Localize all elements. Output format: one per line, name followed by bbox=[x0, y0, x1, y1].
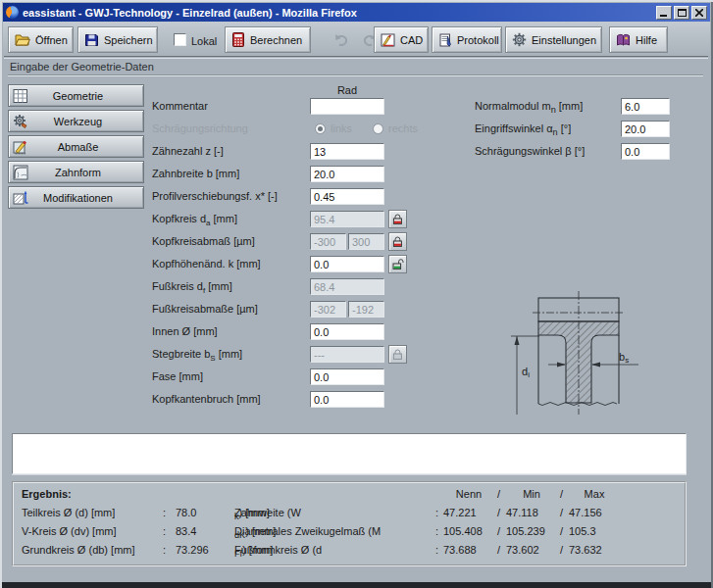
kopfkreis-input bbox=[310, 211, 384, 227]
teilkreis-value: 78.0 bbox=[176, 507, 196, 518]
normalmodul-label: Normalmodul mn [mm] bbox=[475, 100, 583, 115]
eingriffswinkel-input[interactable] bbox=[621, 121, 670, 137]
local-checkbox[interactable] bbox=[174, 33, 186, 46]
form-row-eingriffswinkel: Eingriffswinkel αn [°] bbox=[0, 121, 713, 137]
undo-icon bbox=[333, 33, 349, 47]
schraegungswinkel-input[interactable] bbox=[621, 143, 670, 160]
help-button[interactable]: Hilfe bbox=[609, 26, 668, 53]
di-dimension-label: di bbox=[522, 366, 530, 379]
kopfhoehenaenderung-input[interactable] bbox=[310, 256, 384, 272]
fusskreisabmass-upper-input bbox=[348, 301, 384, 318]
fussformkreis-max: 73.632 bbox=[569, 544, 620, 556]
fusskreis-input bbox=[310, 278, 384, 295]
form-row-schraegungswinkel: Schrägungswinkel β [°] bbox=[0, 143, 713, 160]
zahnweite-max: 47.156 bbox=[569, 507, 620, 518]
innendurchmesser-label: Innen Ø [mm] bbox=[152, 325, 218, 337]
fussformkreis-nenn: 73.688 bbox=[443, 544, 494, 556]
zweikugelmass-label: Diametrales Zweikugelmaß (MdK) [mm] bbox=[234, 525, 245, 540]
open-folder-icon bbox=[15, 33, 30, 47]
open-button[interactable]: Öffnen bbox=[8, 26, 74, 53]
rad-column-header: Rad bbox=[310, 84, 384, 96]
normalmodul-input[interactable] bbox=[621, 98, 670, 115]
local-checkbox-label: Lokal bbox=[191, 35, 217, 47]
eingriffswinkel-label: Eingriffswinkel αn [°] bbox=[475, 122, 571, 137]
fase-input[interactable] bbox=[310, 368, 384, 385]
save-button[interactable]: Speichern bbox=[77, 26, 158, 53]
grundkreis-label: Grundkreis Ø (db) [mm] bbox=[22, 544, 135, 556]
minimize-icon bbox=[660, 9, 668, 17]
results-col-min: Min bbox=[506, 488, 557, 500]
stegbreite-input bbox=[310, 346, 384, 363]
form-row-profilverschiebung: Profilverschiebungsf. x* [-] bbox=[0, 188, 471, 205]
locked-red-icon bbox=[391, 213, 404, 225]
vkreis-label: V-Kreis Ø (dv) [mm] bbox=[22, 525, 117, 537]
schraegungswinkel-label: Schrägungswinkel β [°] bbox=[475, 145, 585, 157]
minimize-button[interactable] bbox=[656, 6, 672, 20]
zweikugelmass-min: 105.239 bbox=[506, 525, 557, 537]
form-row-zahnbreite: Zahnbreite b [mm] bbox=[0, 166, 471, 182]
save-button-label: Speichern bbox=[104, 34, 153, 46]
help-book-icon bbox=[616, 33, 631, 47]
kopfkreis-lock-button[interactable] bbox=[388, 210, 407, 228]
undo-button[interactable] bbox=[328, 27, 355, 52]
zweikugelmass-nenn: 105.408 bbox=[443, 525, 494, 537]
document-icon bbox=[438, 33, 452, 47]
message-area bbox=[12, 433, 687, 474]
calculator-icon bbox=[231, 32, 245, 47]
kopfkreisabmass-upper-input bbox=[348, 233, 384, 250]
kopfhoehenaenderung-lock-button[interactable] bbox=[388, 255, 407, 273]
fase-label: Fase [mm] bbox=[152, 370, 203, 382]
section-title: Eingabe der Geometrie-Daten bbox=[10, 61, 154, 73]
form-row-normalmodul: Normalmodul mn [mm] bbox=[0, 98, 713, 115]
title-bar[interactable]: eassistant - GWJ-Technology - Einzelrad … bbox=[3, 3, 710, 22]
calculate-button-label: Berechnen bbox=[250, 34, 302, 46]
protocol-button[interactable]: Protokoll bbox=[432, 26, 502, 53]
fusskreisabmass-lower-input bbox=[310, 301, 346, 318]
protocol-button-label: Protokoll bbox=[457, 34, 499, 46]
toolbar-separator bbox=[4, 56, 708, 59]
form-row-fase: Fase [mm] bbox=[0, 368, 471, 385]
floppy-disk-icon bbox=[84, 33, 99, 47]
open-button-label: Öffnen bbox=[35, 34, 68, 46]
kopfkantenbruch-label: Kopfkantenbruch [mm] bbox=[152, 393, 261, 405]
maximize-button[interactable] bbox=[674, 6, 689, 20]
innendurchmesser-input[interactable] bbox=[310, 323, 384, 340]
zahnweite-nenn: 47.221 bbox=[443, 507, 494, 518]
settings-button-label: Einstellungen bbox=[532, 34, 596, 46]
fussformkreis-label: Fußformkreis Ø (dFf) [mm] bbox=[234, 544, 242, 559]
teilkreis-label: Teilkreis Ø (d) [mm] bbox=[22, 507, 115, 518]
vkreis-value: 83.4 bbox=[176, 525, 196, 537]
zahnbreite-input[interactable] bbox=[310, 166, 384, 182]
fusskreisabmasse-label: Fußkreisabmaße [µm] bbox=[152, 303, 258, 315]
calculate-button[interactable]: Berechnen bbox=[225, 26, 311, 53]
kopfkreisabmass-lock-button[interactable] bbox=[388, 232, 407, 251]
kopfkantenbruch-input[interactable] bbox=[310, 391, 384, 408]
cad-button[interactable]: CAD bbox=[374, 26, 429, 53]
kopfkreis-label: Kopfkreis da [mm] bbox=[152, 213, 237, 227]
zweikugelmass-max: 105.3 bbox=[569, 525, 620, 537]
profilverschiebung-label: Profilverschiebungsf. x* [-] bbox=[152, 190, 278, 202]
zahnweite-min: 47.118 bbox=[506, 507, 557, 518]
results-panel: Ergebnis: Nenn / Min / Max Teilkreis Ø (… bbox=[12, 481, 687, 566]
settings-button[interactable]: Einstellungen bbox=[505, 26, 602, 53]
cad-button-label: CAD bbox=[400, 34, 423, 46]
fusskreis-label: Fußkreis df [mm] bbox=[152, 280, 232, 295]
stegbreite-lock-button bbox=[388, 345, 407, 364]
locked-red-icon bbox=[391, 235, 404, 248]
zahnweite-label: Zahnweite (Wk) [mm] bbox=[234, 507, 239, 521]
unlocked-green-icon bbox=[391, 258, 404, 270]
app-window: eassistant - GWJ-Technology - Einzelrad … bbox=[0, 0, 713, 588]
kopfkreisabmass-lower-input bbox=[310, 233, 346, 250]
form-row-fusskreis: Fußkreis df [mm] bbox=[0, 278, 471, 295]
firefox-icon bbox=[6, 6, 19, 19]
close-button[interactable] bbox=[691, 6, 707, 20]
profilverschiebung-input[interactable] bbox=[310, 188, 384, 205]
section-divider bbox=[8, 74, 703, 76]
results-col-max: Max bbox=[569, 488, 620, 500]
fussformkreis-min: 73.602 bbox=[506, 544, 557, 556]
kopfkreisabmass-label: Kopfkreisabmaß [µm] bbox=[152, 235, 255, 247]
form-row-kopfkantenbruch: Kopfkantenbruch [mm] bbox=[0, 391, 471, 408]
close-icon bbox=[695, 9, 703, 17]
form-row-innendurchmesser: Innen Ø [mm] bbox=[0, 323, 471, 340]
settings-gear-icon bbox=[512, 32, 527, 47]
